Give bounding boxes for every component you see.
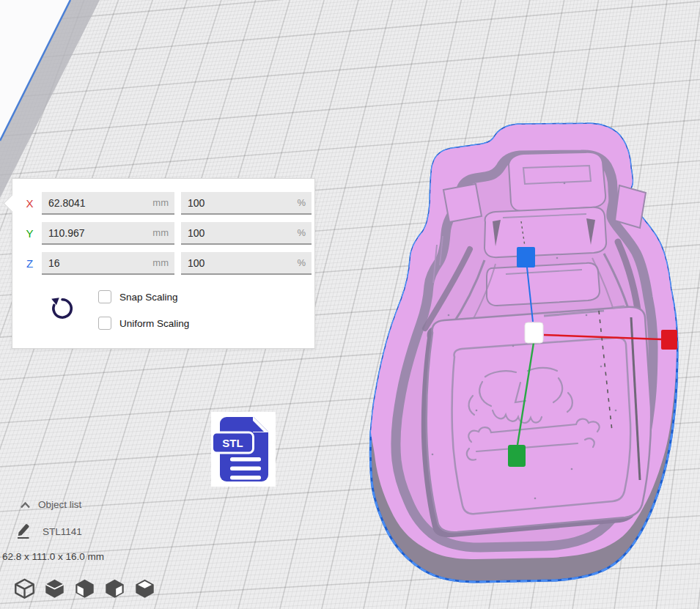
- y-percent-field[interactable]: %: [181, 222, 312, 245]
- pencil-icon: [15, 521, 32, 539]
- y-percent-input[interactable]: [181, 222, 312, 243]
- object-list-item[interactable]: STL1141: [15, 521, 82, 539]
- cube-left-face-icon: [74, 577, 95, 599]
- view-left-button[interactable]: [104, 577, 125, 599]
- selected-object-dimensions: 62.8 x 111.0 x 16.0 mm: [2, 551, 104, 562]
- z-size-field[interactable]: mm: [42, 252, 174, 275]
- snap-scaling-label: Snap Scaling: [119, 292, 178, 303]
- cube-front-icon: [44, 577, 65, 599]
- axis-label-z: Z: [24, 257, 35, 270]
- chevron-up-icon: [19, 500, 32, 509]
- object-name: STL1141: [43, 526, 82, 537]
- scale-handle-z[interactable]: [517, 247, 535, 267]
- view-3d-button[interactable]: [14, 577, 35, 599]
- z-size-input[interactable]: [42, 252, 174, 273]
- scale-handle-y[interactable]: [508, 445, 526, 467]
- bottle-cavity-details: [421, 152, 651, 537]
- object-list-header[interactable]: Object list: [19, 499, 81, 510]
- uniform-scaling-option: Uniform Scaling: [98, 317, 189, 330]
- snap-scaling-checkbox[interactable]: [98, 290, 111, 303]
- scale-tool-panel: X mm % Y mm % Z mm %: [12, 178, 315, 349]
- axis-label-x: X: [24, 197, 35, 210]
- x-size-field[interactable]: mm: [42, 192, 174, 215]
- snap-scaling-option: Snap Scaling: [98, 290, 178, 303]
- stl-document-icon: STL: [211, 412, 276, 487]
- stl-file-label: STL: [222, 437, 243, 449]
- cube-3d-icon: [14, 577, 35, 599]
- cube-right-face-icon: [104, 577, 125, 599]
- reset-scale-button[interactable]: [49, 295, 75, 322]
- z-percent-input[interactable]: [181, 252, 312, 273]
- camera-view-buttons: [14, 577, 155, 599]
- x-size-input[interactable]: [42, 192, 174, 213]
- scale-row-y: Y mm %: [24, 222, 314, 245]
- stl-file-icon[interactable]: STL: [211, 412, 276, 487]
- uniform-scaling-checkbox[interactable]: [98, 317, 111, 330]
- view-front-button[interactable]: [44, 577, 65, 599]
- scale-handle-center[interactable]: [525, 322, 543, 343]
- x-percent-input[interactable]: [181, 192, 312, 213]
- z-percent-field[interactable]: %: [181, 252, 312, 275]
- scale-row-z: Z mm %: [24, 252, 314, 275]
- view-top-button[interactable]: [74, 577, 95, 599]
- scale-row-x: X mm %: [24, 179, 314, 215]
- object-list-title: Object list: [38, 499, 81, 510]
- scale-handle-x[interactable]: [661, 330, 677, 350]
- y-size-field[interactable]: mm: [42, 222, 174, 245]
- cube-top-face-icon: [134, 577, 155, 599]
- y-size-input[interactable]: [42, 222, 174, 243]
- x-percent-field[interactable]: %: [181, 192, 312, 215]
- uniform-scaling-label: Uniform Scaling: [119, 318, 189, 329]
- axis-label-y: Y: [24, 227, 35, 240]
- view-right-button[interactable]: [134, 577, 155, 599]
- reset-scale-icon: [49, 295, 75, 322]
